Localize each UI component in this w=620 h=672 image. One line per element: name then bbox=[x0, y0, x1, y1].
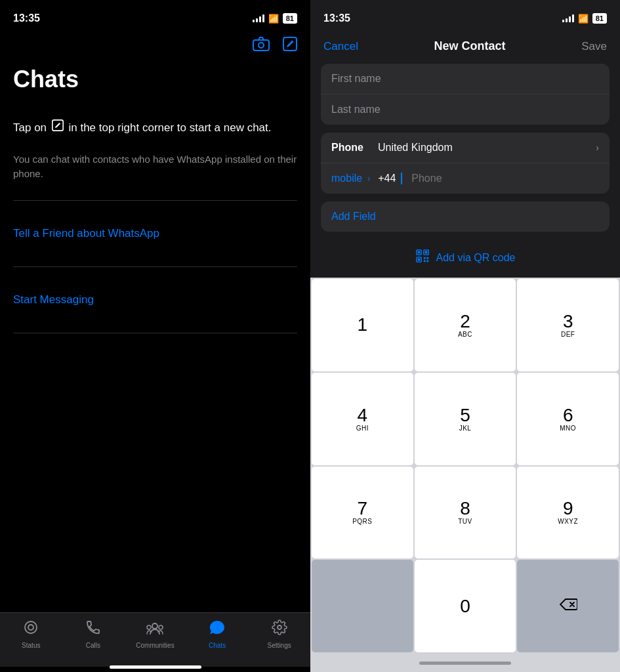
last-name-input[interactable] bbox=[331, 104, 599, 116]
home-bar-right bbox=[419, 662, 511, 665]
key-8-letters: TUV bbox=[458, 518, 472, 525]
home-bar-left bbox=[110, 665, 201, 669]
home-indicator-right bbox=[310, 654, 620, 672]
key-6-letters: MNO bbox=[560, 425, 576, 432]
key-8-number: 8 bbox=[460, 499, 470, 518]
settings-nav-label: Settings bbox=[268, 642, 291, 649]
qr-icon bbox=[415, 249, 430, 267]
cancel-button[interactable]: Cancel bbox=[323, 40, 358, 53]
key-7[interactable]: 7 PQRS bbox=[312, 467, 413, 559]
start-messaging-link[interactable]: Start Messaging bbox=[13, 285, 297, 314]
key-2-letters: ABC bbox=[458, 331, 472, 338]
wifi-icon-right: 📶 bbox=[578, 14, 589, 24]
communities-nav-label: Communities bbox=[136, 642, 174, 649]
phone-number-row: mobile › +44 bbox=[321, 163, 610, 194]
key-4-number: 4 bbox=[358, 406, 368, 425]
key-8[interactable]: 8 TUV bbox=[415, 467, 516, 559]
calls-nav-icon bbox=[85, 620, 101, 639]
compose-icon-inline bbox=[52, 119, 64, 131]
tell-friend-link[interactable]: Tell a Friend about WhatsApp bbox=[13, 219, 297, 248]
bottom-nav: Status Calls Communities bbox=[0, 612, 310, 667]
signal-icon-left bbox=[253, 14, 264, 22]
phone-country-row: Phone United Kingdom › bbox=[321, 133, 610, 163]
separator-1 bbox=[13, 200, 297, 201]
mobile-chevron-icon: › bbox=[367, 174, 370, 183]
key-1-number: 1 bbox=[358, 316, 368, 334]
nav-item-settings[interactable]: Settings bbox=[260, 620, 299, 649]
nav-item-communities[interactable]: Communities bbox=[135, 620, 175, 649]
key-6[interactable]: 6 MNO bbox=[517, 373, 619, 465]
key-1[interactable]: 1 bbox=[312, 279, 413, 371]
name-form-section bbox=[321, 64, 610, 125]
svg-point-4 bbox=[25, 621, 37, 633]
key-0-number: 0 bbox=[460, 597, 470, 616]
home-indicator-left bbox=[0, 667, 310, 672]
svg-rect-0 bbox=[253, 40, 269, 51]
qr-label: Add via QR code bbox=[436, 252, 516, 264]
svg-point-1 bbox=[258, 43, 264, 48]
right-panel: 13:35 📶 81 Cancel New Contact Save Phone… bbox=[310, 0, 620, 672]
country-name: United Kingdom bbox=[378, 142, 453, 154]
key-5[interactable]: 5 JKL bbox=[415, 373, 516, 465]
add-field-section[interactable]: Add Field bbox=[321, 201, 610, 232]
svg-rect-13 bbox=[424, 251, 427, 254]
wifi-icon-left: 📶 bbox=[268, 14, 279, 24]
last-name-field-row bbox=[321, 94, 610, 125]
status-bar-right: 13:35 📶 81 bbox=[310, 0, 620, 33]
new-contact-header: Cancel New Contact Save bbox=[310, 33, 620, 64]
key-delete[interactable] bbox=[517, 560, 619, 652]
key-4[interactable]: 4 GHI bbox=[312, 373, 413, 465]
status-icons-left: 📶 81 bbox=[253, 13, 297, 24]
qr-section[interactable]: Add via QR code bbox=[310, 242, 620, 278]
nav-item-calls[interactable]: Calls bbox=[73, 620, 113, 649]
battery-left: 81 bbox=[283, 13, 297, 24]
nav-item-status[interactable]: Status bbox=[11, 620, 51, 649]
signal-icon-right bbox=[562, 14, 574, 22]
add-field-label: Add Field bbox=[331, 211, 376, 222]
chats-content: Tap on in the top right corner to start … bbox=[0, 106, 310, 612]
svg-point-7 bbox=[147, 625, 151, 629]
svg-rect-11 bbox=[417, 251, 420, 254]
status-time-right: 13:35 bbox=[323, 12, 350, 24]
key-9-letters: WXYZ bbox=[558, 518, 578, 525]
svg-rect-18 bbox=[423, 260, 425, 262]
svg-point-6 bbox=[152, 623, 157, 629]
key-6-number: 6 bbox=[563, 406, 573, 425]
key-0[interactable]: 0 bbox=[415, 560, 516, 652]
chats-nav-label: Chats bbox=[209, 642, 226, 649]
delete-icon bbox=[559, 598, 577, 615]
status-nav-label: Status bbox=[22, 642, 40, 649]
nav-item-chats[interactable]: Chats bbox=[197, 620, 237, 649]
status-nav-icon bbox=[23, 620, 39, 639]
svg-rect-16 bbox=[423, 257, 425, 259]
key-3[interactable]: 3 DEF bbox=[517, 279, 619, 371]
key-9-number: 9 bbox=[563, 499, 573, 518]
battery-right: 81 bbox=[592, 13, 607, 24]
settings-nav-icon bbox=[272, 620, 287, 639]
phone-label: Phone bbox=[331, 142, 367, 154]
left-panel: 13:35 📶 81 Chats bbox=[0, 0, 310, 672]
separator-3 bbox=[13, 333, 297, 333]
phone-number-input[interactable] bbox=[411, 173, 599, 184]
key-2-number: 2 bbox=[460, 312, 470, 331]
camera-icon[interactable] bbox=[253, 37, 270, 55]
key-7-number: 7 bbox=[358, 499, 368, 518]
mobile-label[interactable]: mobile bbox=[331, 173, 362, 184]
key-3-letters: DEF bbox=[561, 331, 575, 338]
key-2[interactable]: 2 ABC bbox=[415, 279, 516, 371]
key-7-letters: PQRS bbox=[352, 518, 372, 525]
status-time-left: 13:35 bbox=[13, 12, 40, 24]
status-bar-left: 13:35 📶 81 bbox=[0, 0, 310, 33]
first-name-input[interactable] bbox=[331, 73, 599, 85]
country-selector[interactable]: United Kingdom › bbox=[378, 142, 599, 154]
svg-point-9 bbox=[278, 625, 281, 629]
page-title-chats: Chats bbox=[0, 62, 310, 106]
key-9[interactable]: 9 WXYZ bbox=[517, 467, 619, 559]
svg-point-5 bbox=[28, 625, 33, 630]
save-button[interactable]: Save bbox=[581, 40, 607, 53]
compose-icon[interactable] bbox=[283, 37, 297, 55]
svg-point-8 bbox=[159, 625, 163, 629]
calls-nav-label: Calls bbox=[86, 642, 100, 649]
svg-rect-15 bbox=[417, 259, 420, 261]
svg-rect-19 bbox=[426, 260, 428, 262]
